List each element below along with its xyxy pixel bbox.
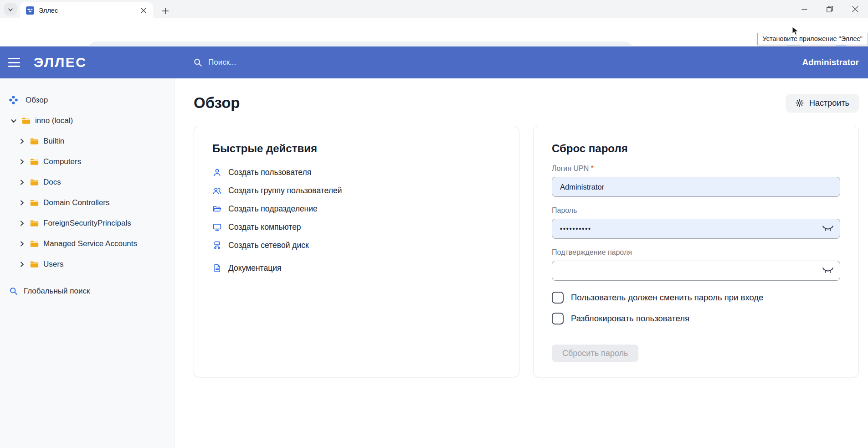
- checkbox-label: Разблокировать пользователя: [571, 314, 689, 324]
- tree-node-foreign-security-principals[interactable]: ForeignSecurityPrincipals: [0, 213, 174, 233]
- login-upn-label: Логин UPN *: [552, 164, 840, 173]
- password-input[interactable]: [552, 219, 840, 239]
- folder-icon: [30, 240, 39, 247]
- page-title: Обзор: [194, 94, 240, 112]
- search-icon: [193, 58, 203, 67]
- folder-icon: [30, 178, 39, 186]
- password-reset-title: Сброс пароля: [552, 142, 840, 155]
- browser-toolbar: http://localhost:5173: [0, 18, 868, 46]
- action-documentation[interactable]: Документация: [212, 259, 501, 277]
- gear-icon: [795, 98, 804, 108]
- configure-button-label: Настроить: [809, 98, 849, 108]
- action-create-user[interactable]: Создать пользователя: [212, 163, 501, 181]
- confirm-password-input[interactable]: [552, 261, 840, 281]
- chevron-right-icon[interactable]: [18, 179, 26, 186]
- site-favicon-icon: [26, 6, 34, 15]
- document-icon: [212, 263, 222, 273]
- action-create-user-group[interactable]: Создать группу пользователей: [212, 181, 501, 200]
- network-drive-icon: [212, 241, 222, 250]
- tree-node-root[interactable]: inno (local): [0, 110, 174, 131]
- tree-node-label: inno (local): [35, 116, 73, 125]
- action-label: Создать пользователя: [228, 168, 311, 177]
- chevron-right-icon[interactable]: [18, 199, 26, 206]
- action-label: Создать подразделение: [228, 204, 318, 214]
- window-minimize-button[interactable]: [791, 0, 817, 18]
- chevron-right-icon[interactable]: [18, 261, 26, 268]
- app-logo: ЭЛЛЕС: [34, 55, 87, 70]
- tree-node-label: Domain Controllers: [43, 198, 110, 207]
- new-tab-button[interactable]: [159, 4, 172, 18]
- action-label: Документация: [228, 263, 281, 273]
- toggle-password-visibility-icon[interactable]: [822, 225, 833, 233]
- chevron-right-icon[interactable]: [18, 158, 26, 165]
- monitor-icon: [212, 222, 222, 232]
- tree-node-docs[interactable]: Docs: [0, 172, 174, 192]
- tree-node-label: Computers: [43, 157, 81, 166]
- app-search-input[interactable]: Поиск...: [193, 58, 236, 67]
- tree-node-label: Docs: [43, 178, 61, 187]
- chevron-right-icon[interactable]: [18, 138, 26, 145]
- unlock-user-row: Разблокировать пользователя: [552, 313, 840, 324]
- folder-icon: [22, 117, 31, 124]
- browser-chrome: Эллес: [0, 0, 868, 46]
- tree-node-managed-service-accounts[interactable]: Managed Service Accounts: [0, 233, 174, 254]
- unlock-user-checkbox[interactable]: [552, 313, 564, 324]
- menu-hamburger-icon[interactable]: [8, 58, 20, 67]
- action-create-computer[interactable]: Создать компьютер: [212, 218, 501, 236]
- login-upn-input[interactable]: [552, 177, 840, 197]
- chevron-right-icon[interactable]: [18, 220, 26, 227]
- sidebar-item-global-search[interactable]: Глобальный поиск: [0, 281, 174, 301]
- tab-close-icon[interactable]: [139, 5, 149, 15]
- tree-node-builtin[interactable]: Builtin: [0, 131, 174, 151]
- folder-icon: [30, 219, 39, 227]
- quick-actions-title: Быстрые действия: [212, 142, 501, 155]
- search-icon: [9, 287, 18, 296]
- main-content: Обзор Настроить Быстрые действия: [175, 78, 868, 448]
- install-app-tooltip: Установите приложение "Эллес": [757, 33, 868, 45]
- configure-button[interactable]: Настроить: [786, 94, 859, 113]
- browser-tab[interactable]: Эллес: [20, 2, 153, 18]
- tree-node-users[interactable]: Users: [0, 254, 174, 274]
- window-close-button[interactable]: [842, 0, 868, 18]
- tab-strip: Эллес: [0, 0, 868, 18]
- must-change-password-checkbox[interactable]: [552, 292, 564, 304]
- action-label: Создать компьютер: [228, 222, 301, 232]
- folder-icon: [30, 137, 39, 145]
- folder-icon: [30, 260, 39, 268]
- tree-node-computers[interactable]: Computers: [0, 151, 174, 172]
- current-user-label[interactable]: Administrator: [802, 57, 859, 67]
- overview-dots-icon: [9, 96, 18, 104]
- sidebar-item-label: Обзор: [26, 96, 48, 105]
- sidebar-item-label: Глобальный поиск: [24, 287, 90, 296]
- reset-password-button[interactable]: Сбросить пароль: [552, 345, 638, 362]
- mouse-cursor: [792, 26, 801, 36]
- user-group-icon: [212, 186, 222, 196]
- quick-actions-card: Быстрые действия Создать пользователя Со…: [194, 126, 519, 377]
- sidebar-item-overview[interactable]: Обзор: [0, 90, 174, 110]
- required-asterisk: *: [591, 165, 594, 172]
- action-label: Создать группу пользователей: [228, 186, 342, 196]
- action-create-network-drive[interactable]: Создать сетевой диск: [212, 236, 501, 254]
- action-label: Создать сетевой диск: [228, 241, 309, 250]
- password-reset-card: Сброс пароля Логин UPN * Пароль Подтверж…: [533, 126, 859, 377]
- must-change-password-row: Пользователь должен сменить пароль при в…: [552, 292, 840, 304]
- window-restore-button[interactable]: [817, 0, 842, 18]
- sidebar: Обзор inno (local) Builtin Computers Doc…: [0, 78, 175, 448]
- action-create-org-unit[interactable]: Создать подразделение: [212, 200, 501, 218]
- folder-open-icon: [212, 204, 222, 214]
- folder-icon: [30, 199, 39, 206]
- password-label: Пароль: [552, 206, 840, 215]
- checkbox-label: Пользователь должен сменить пароль при в…: [571, 293, 763, 303]
- tree-node-label: Users: [43, 260, 63, 269]
- folder-icon: [30, 158, 39, 165]
- chevron-down-icon[interactable]: [10, 117, 17, 124]
- tree-node-label: Builtin: [43, 137, 64, 146]
- user-icon: [212, 168, 222, 177]
- chevron-right-icon[interactable]: [18, 240, 26, 247]
- search-placeholder: Поиск...: [208, 58, 236, 67]
- tree-node-domain-controllers[interactable]: Domain Controllers: [0, 192, 174, 213]
- tab-search-button[interactable]: [4, 3, 17, 15]
- app-header: ЭЛЛЕС Поиск... Administrator: [0, 46, 868, 78]
- tab-title: Эллес: [39, 7, 139, 14]
- toggle-confirm-visibility-icon[interactable]: [822, 267, 833, 275]
